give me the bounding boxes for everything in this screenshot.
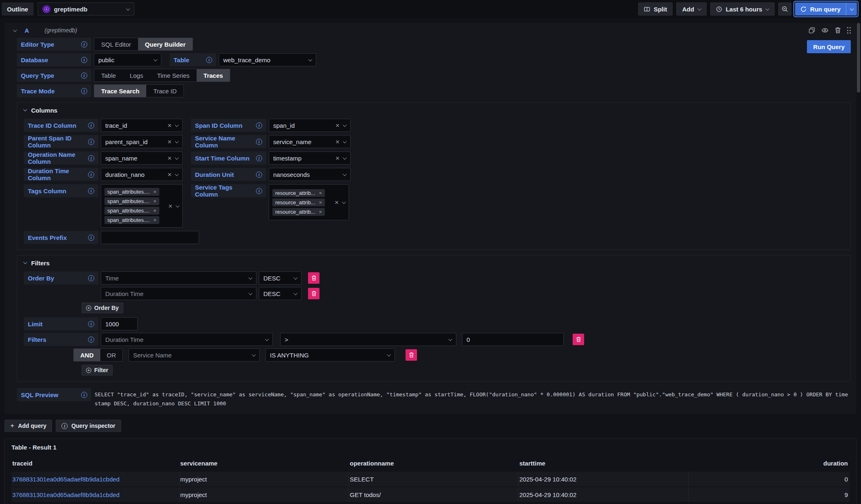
info-icon[interactable] <box>88 275 94 281</box>
split-button[interactable]: Split <box>638 2 673 16</box>
service-tag-chip[interactable]: resource_attrib...× <box>272 208 325 216</box>
column-header-operationname[interactable]: operationname <box>349 458 519 472</box>
clear-icon[interactable]: × <box>335 122 340 129</box>
info-icon[interactable] <box>256 155 262 161</box>
remove-filter-button[interactable] <box>406 349 417 361</box>
column-header-starttime[interactable]: starttime <box>519 458 689 472</box>
filter-field-select[interactable]: Service Name <box>129 348 260 362</box>
limit-input[interactable]: 1000 <box>101 317 138 330</box>
trace-mode-trace-search[interactable]: Trace Search <box>94 85 146 97</box>
duration-unit-select[interactable]: nanoseconds <box>269 168 351 181</box>
info-icon[interactable] <box>81 41 87 47</box>
span-id-column-select[interactable]: span_id × <box>269 119 351 132</box>
add-order-by-button[interactable]: Order By <box>82 303 123 313</box>
database-select[interactable]: public <box>94 53 161 66</box>
info-icon[interactable] <box>88 235 94 241</box>
filter-field-select[interactable]: Duration Time <box>101 333 273 346</box>
query-type-logs[interactable]: Logs <box>123 69 150 81</box>
info-icon[interactable] <box>88 122 94 129</box>
collapse-query-icon[interactable] <box>13 28 17 32</box>
toggle-visibility-eye-icon[interactable] <box>821 27 829 34</box>
column-header-servicename[interactable]: servicename <box>179 458 349 472</box>
info-icon[interactable] <box>256 188 262 194</box>
service-tags-column-multiselect[interactable]: resource_attrib...× resource_attrib...× … <box>269 184 349 220</box>
editor-run-query-button[interactable]: Run Query <box>807 40 851 53</box>
query-type-time-series[interactable]: Time Series <box>150 69 196 81</box>
clear-icon[interactable]: × <box>168 138 172 145</box>
trace-id-column-select[interactable]: trace_id × <box>101 119 183 132</box>
column-header-duration[interactable]: duration <box>689 458 850 472</box>
query-ref-id[interactable]: A <box>25 27 29 34</box>
filter-operator-select[interactable]: IS ANYTHING <box>265 348 395 362</box>
info-icon[interactable] <box>81 392 87 398</box>
info-icon[interactable] <box>88 321 94 327</box>
remove-chip-icon[interactable]: × <box>319 200 322 205</box>
remove-chip-icon[interactable]: × <box>153 217 156 223</box>
drag-handle-icon[interactable] <box>847 27 851 34</box>
remove-chip-icon[interactable]: × <box>153 189 156 194</box>
info-icon[interactable] <box>81 57 87 63</box>
events-prefix-input[interactable] <box>101 231 199 244</box>
or-option[interactable]: OR <box>100 349 123 361</box>
and-option[interactable]: AND <box>74 349 100 361</box>
service-name-column-select[interactable]: service_name × <box>269 135 351 148</box>
info-icon[interactable] <box>81 72 87 79</box>
columns-section-toggle[interactable]: Columns <box>24 107 844 114</box>
service-tag-chip[interactable]: resource_attrib...× <box>272 189 325 197</box>
column-header-traceid[interactable]: traceid <box>11 458 179 472</box>
trace-mode-trace-id[interactable]: Trace ID <box>146 85 184 97</box>
editor-type-query-builder[interactable]: Query Builder <box>138 38 193 50</box>
tag-chip[interactable]: span_attributes....× <box>104 216 159 224</box>
operation-name-column-select[interactable]: span_name × <box>101 151 183 165</box>
remove-order-by-button[interactable] <box>308 288 319 299</box>
order-by-field-select[interactable]: Time <box>101 271 256 285</box>
remove-chip-icon[interactable]: × <box>319 190 322 196</box>
clear-icon[interactable]: × <box>168 122 172 129</box>
vertical-scrollbar[interactable] <box>857 23 860 93</box>
remove-order-by-button[interactable] <box>308 272 319 284</box>
info-icon[interactable] <box>256 139 262 145</box>
clear-icon[interactable]: × <box>168 171 172 178</box>
order-by-direction-select[interactable]: DESC <box>259 271 301 285</box>
zoom-out-time-button[interactable] <box>778 2 791 16</box>
filters-section-toggle[interactable]: Filters <box>24 260 844 267</box>
duration-time-column-select[interactable]: duration_nano × <box>101 168 183 181</box>
run-query-button[interactable]: Run query <box>795 2 846 16</box>
run-query-options-button[interactable] <box>846 2 857 16</box>
trace-id-link[interactable]: 3768831301ea0d65adaef8b9da1cbded <box>12 476 120 483</box>
delete-query-trash-icon[interactable] <box>835 27 841 34</box>
info-icon[interactable] <box>88 188 94 194</box>
order-by-field-select[interactable]: Duration Time <box>101 287 256 300</box>
time-range-picker[interactable]: Last 6 hours <box>710 2 775 16</box>
clear-icon[interactable]: × <box>335 155 340 162</box>
remove-filter-button[interactable] <box>573 334 584 345</box>
query-inspector-button[interactable]: Query inspector <box>56 420 121 432</box>
info-icon[interactable] <box>256 172 262 178</box>
add-dropdown[interactable]: Add <box>676 2 706 16</box>
clear-all-icon[interactable]: × <box>335 199 339 206</box>
info-icon[interactable] <box>256 122 262 129</box>
remove-chip-icon[interactable]: × <box>153 199 156 204</box>
remove-chip-icon[interactable]: × <box>319 209 322 215</box>
trace-id-link[interactable]: 3768831301ea0d65adaef8b9da1cbded <box>12 491 120 498</box>
table-select[interactable]: web_trace_demo <box>219 53 316 66</box>
tag-chip[interactable]: span_attributes....× <box>104 207 159 215</box>
order-by-direction-select[interactable]: DESC <box>259 287 301 300</box>
info-icon[interactable] <box>88 155 94 161</box>
info-icon[interactable] <box>206 57 212 63</box>
service-tag-chip[interactable]: resource_attrib...× <box>272 199 325 206</box>
duplicate-query-icon[interactable] <box>809 27 815 34</box>
query-type-table[interactable]: Table <box>94 69 123 81</box>
datasource-picker[interactable]: greptimedb <box>38 2 134 16</box>
info-icon[interactable] <box>81 88 87 94</box>
clear-all-icon[interactable]: × <box>168 203 172 210</box>
info-icon[interactable] <box>88 172 94 178</box>
tag-chip[interactable]: span_attributes....× <box>104 188 159 196</box>
editor-type-sql-editor[interactable]: SQL Editor <box>94 38 138 50</box>
clear-icon[interactable]: × <box>168 155 172 162</box>
filter-value-input[interactable]: 0 <box>462 333 564 346</box>
filter-operator-select[interactable]: > <box>280 333 456 346</box>
remove-chip-icon[interactable]: × <box>153 208 156 213</box>
add-filter-button[interactable]: Filter <box>82 365 113 375</box>
add-query-button[interactable]: Add query <box>5 420 52 432</box>
